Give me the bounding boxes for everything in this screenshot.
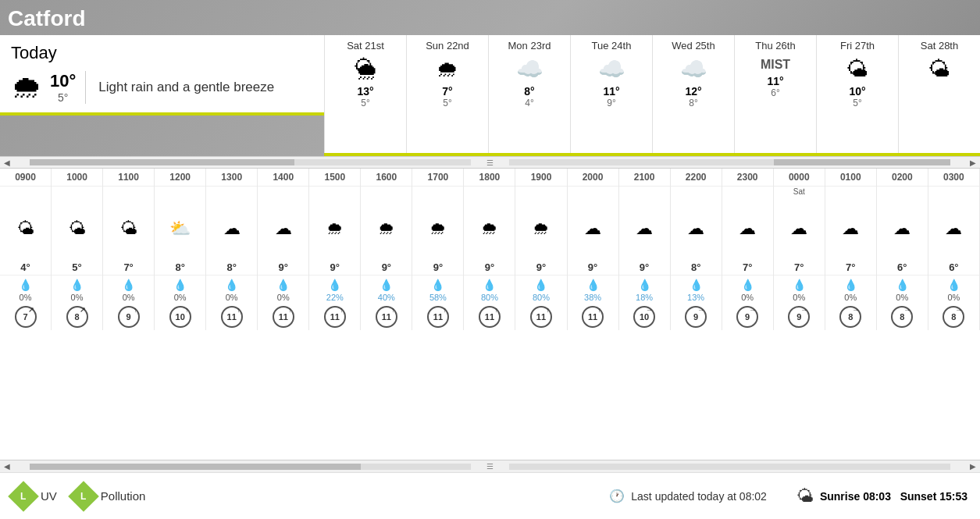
hour-label-18: 0300 <box>928 169 979 187</box>
scrollbar-track-top[interactable] <box>30 159 471 165</box>
wind-circle-11: 11↑ <box>582 306 604 328</box>
pollution-level: L <box>80 491 86 502</box>
rain-drops-13: 💧 <box>690 277 703 293</box>
wind-circle-12: 10→ <box>633 306 655 328</box>
forecast-mist-5: MIST <box>761 58 790 72</box>
hour-temp-6: 9° <box>330 260 340 275</box>
forecast-low-2: 4° <box>525 98 533 108</box>
hour-temp-4: 8° <box>226 260 236 275</box>
rain-drops-15: 💧 <box>793 277 806 293</box>
wind-arrow-0: ↗ <box>28 306 34 314</box>
bottom-scroll-right[interactable]: ▶ <box>966 460 980 473</box>
rain-section-15: 💧0% <box>774 275 825 304</box>
scroll-left-arrow[interactable]: ◀ <box>0 156 14 169</box>
wind-circle-3: 10↑ <box>169 306 191 328</box>
rain-section-13: 💧13% <box>671 275 722 304</box>
wind-arrow-14: → <box>749 306 756 314</box>
hour-col-4: 1300☁8°💧0%11↑ <box>206 169 258 330</box>
last-updated: Last updated today at 08:02 <box>631 490 767 503</box>
wind-speed-4: 11 <box>227 312 237 322</box>
rain-pct-8: 58% <box>429 293 447 302</box>
scrollbar-track-top2[interactable] <box>509 159 950 165</box>
wind-arrow-9: ↑ <box>494 306 498 314</box>
wind-arrow-17: → <box>903 306 911 314</box>
forecast-day-icon-6: 🌤 <box>846 56 868 82</box>
wind-circle-8: 11↑ <box>427 306 449 328</box>
top-scrollbar[interactable]: ◀ ☰ ▶ <box>0 156 980 169</box>
hour-label-0: 0900 <box>0 169 51 187</box>
hour-icon-11: ☁ <box>584 197 601 260</box>
rain-pct-0: 0% <box>20 293 32 302</box>
forecast-high-5: 11° <box>767 75 783 87</box>
rain-drops-0: 💧 <box>19 277 32 293</box>
uv-level: L <box>20 491 26 502</box>
rain-section-16: 💧0% <box>825 275 876 304</box>
hour-temp-9: 9° <box>485 260 494 275</box>
hour-label-11: 2000 <box>568 169 618 187</box>
hour-col-7: 1600🌧9°💧40%11↑ <box>361 169 412 330</box>
rain-section-7: 💧40% <box>361 275 412 304</box>
rain-drops-10: 💧 <box>534 277 547 293</box>
wind-speed-9: 11 <box>485 312 494 322</box>
wind-circle-18: 8→ <box>943 306 964 328</box>
bottom-scrollbar-track2[interactable] <box>509 464 950 470</box>
wind-circle-16: 8→ <box>839 306 861 328</box>
rain-drops-14: 💧 <box>741 277 754 293</box>
forecast-high-1: 7° <box>442 85 452 98</box>
rain-pct-3: 0% <box>174 293 187 302</box>
hour-temp-5: 9° <box>279 260 288 275</box>
hourly-grid: 0900🌤4°💧0%7↗1000🌤5°💧0%8↗1100🌤7°💧0%9↑1200… <box>0 169 980 330</box>
hour-temp-13: 8° <box>691 260 700 275</box>
hour-icon-15: ☁ <box>790 197 807 260</box>
scrollbar-thumb-top2 <box>774 159 950 165</box>
footer: L UV L Pollution 🕐 Last updated today at… <box>0 472 980 519</box>
rain-pct-10: 80% <box>533 293 550 302</box>
bottom-scrollbar[interactable]: ◀ ☰ ▶ <box>0 460 980 472</box>
hour-temp-8: 9° <box>433 260 443 275</box>
hour-col-14: 2300☁7°💧0%9→ <box>722 169 774 330</box>
forecast-day-7: Sat 28th🌤 <box>898 35 980 153</box>
hour-icon-17: ☁ <box>893 197 911 260</box>
rain-section-6: 💧22% <box>309 275 360 304</box>
hour-label-1: 1000 <box>52 169 102 187</box>
hour-icon-14: ☁ <box>739 197 756 260</box>
rain-section-12: 💧18% <box>619 275 670 304</box>
rain-section-2: 💧0% <box>103 275 154 304</box>
rain-pct-4: 0% <box>226 293 238 302</box>
rain-pct-14: 0% <box>741 293 754 302</box>
forecast-high-2: 8° <box>524 85 534 98</box>
forecast-day-0: Sat 21st🌦13°5° <box>324 35 406 153</box>
forecast-day-name-1: Sun 22nd <box>426 40 469 52</box>
rain-section-14: 💧0% <box>722 275 773 304</box>
today-low-temp: 5° <box>58 91 68 104</box>
forecast-day-name-2: Mon 23rd <box>508 40 551 52</box>
rain-section-3: 💧0% <box>155 275 205 304</box>
sunrise-icon: 🌤 <box>796 486 814 507</box>
rain-pct-15: 0% <box>793 293 805 302</box>
bottom-scroll-left[interactable]: ◀ <box>0 460 14 473</box>
rain-pct-7: 40% <box>378 293 395 302</box>
wind-arrow-16: → <box>852 306 859 314</box>
wind-speed-2: 9 <box>127 312 131 322</box>
hour-label-12: 2100 <box>619 169 670 187</box>
rain-drops-11: 💧 <box>586 277 600 293</box>
hour-col-13: 2200☁8°💧13%9→ <box>671 169 722 330</box>
hour-icon-9: 🌧 <box>481 197 498 260</box>
today-weather-icon: 🌧 <box>11 69 42 105</box>
forecast-day-name-3: Tue 24th <box>592 40 632 52</box>
wind-speed-5: 11 <box>279 312 288 322</box>
hour-col-18: 0300☁6°💧0%8→ <box>928 169 980 330</box>
bottom-scrollbar-track[interactable] <box>30 464 471 470</box>
hour-col-17: 0200☁6°💧0%8→ <box>877 169 928 330</box>
scroll-right-arrow[interactable]: ▶ <box>966 156 980 169</box>
hour-col-3: 1200⛅8°💧0%10↑ <box>155 169 206 330</box>
hour-icon-1: 🌤 <box>69 197 86 260</box>
forecast-high-4: 12° <box>685 85 701 98</box>
hour-label-4: 1300 <box>206 169 257 187</box>
rain-drops-6: 💧 <box>328 277 341 293</box>
rain-section-18: 💧0% <box>928 275 979 304</box>
hour-icon-5: ☁ <box>275 197 292 260</box>
hour-label-5: 1400 <box>258 169 308 187</box>
hour-temp-16: 7° <box>846 260 855 275</box>
hour-icon-0: 🌤 <box>17 197 34 260</box>
